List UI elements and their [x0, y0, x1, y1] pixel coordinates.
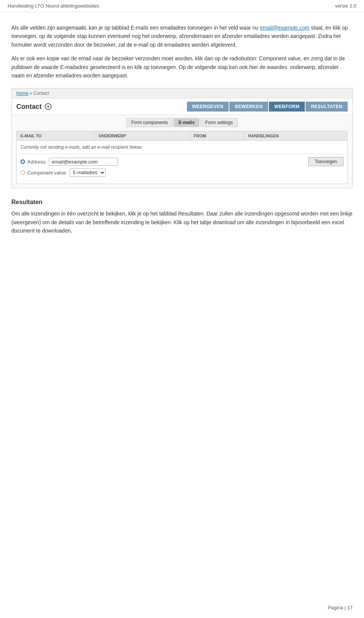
page-title-area: Contact + [16, 103, 187, 111]
resultaten-paragraph: Om alle inzendingen in één overzicht te … [11, 209, 353, 235]
tab-webform[interactable]: WEBFORM [269, 102, 305, 112]
header-bar: Handleiding LTO Noord afdelingswebsites … [0, 0, 364, 12]
main-content: Als alle velden zijn aangemaakt, kan je … [0, 20, 364, 250]
page-footer: Pagina | 17 [328, 605, 353, 610]
tab-weergeven[interactable]: WEERGEVEN [187, 102, 229, 112]
email-table-container: E-MAIL TO ONDERWERP FROM HANDELINGEN Cur… [16, 131, 348, 184]
email-form-area: Address: Toevoegen Component value: E-ma… [17, 154, 347, 184]
page-title: Contact [16, 103, 42, 111]
document-version: versie 2.0 [335, 3, 356, 9]
document-title: Handleiding LTO Noord afdelingswebsites [8, 3, 99, 9]
breadcrumb-contact: Contact [33, 91, 49, 96]
page-header-row: Contact + WEERGEVEN BEWERKEN WEBFORM RES… [12, 99, 352, 115]
address-row: Address: Toevoegen [20, 157, 344, 166]
resultaten-heading: Resultaten [11, 199, 353, 206]
no-email-row: Currently not sending e-mails, add an e-… [17, 141, 347, 154]
no-email-message: Currently not sending e-mails, add an e-… [17, 141, 347, 154]
col-from: FROM [190, 131, 244, 141]
email-link[interactable]: email@example.com [260, 25, 309, 31]
address-label: Address: [27, 159, 47, 165]
col-email-to: E-MAIL TO [17, 131, 94, 141]
screenshot-box: Home » Contact Contact + WEERGEVEN BEWER… [11, 88, 353, 188]
breadcrumb-home[interactable]: Home [16, 91, 28, 96]
radio-component-value[interactable] [20, 170, 25, 175]
col-onderwerp: ONDERWERP [94, 131, 190, 141]
intro-paragraph-1: Als alle velden zijn aangemaakt, kan je … [11, 24, 353, 49]
page-number: Pagina | 17 [328, 605, 353, 610]
tab-bewerken[interactable]: BEWERKEN [229, 102, 268, 112]
resultaten-section: Resultaten Om alle inzendingen in één ov… [11, 199, 353, 235]
intro-paragraph-2: Als er ook een kopie van de email naar d… [11, 54, 353, 80]
nav-tabs-area: WEERGEVEN BEWERKEN WEBFORM RESULTATEN [187, 102, 348, 112]
component-value-row: Component value: E-mailadres [20, 168, 344, 177]
table-header-row: E-MAIL TO ONDERWERP FROM HANDELINGEN [17, 131, 347, 141]
tab-resultaten[interactable]: RESULTATEN [306, 102, 348, 112]
sub-tab-form-components[interactable]: Form components [126, 118, 173, 127]
sub-tab-emails[interactable]: E-mails [174, 118, 200, 127]
address-input[interactable] [49, 158, 118, 166]
email-table: E-MAIL TO ONDERWERP FROM HANDELINGEN Cur… [17, 131, 347, 154]
radio-address[interactable] [20, 159, 25, 164]
component-value-label: Component value: [27, 170, 67, 176]
sub-tab-form-settings[interactable]: Form settings [200, 118, 238, 127]
toevoegen-button[interactable]: Toevoegen [308, 157, 344, 166]
col-handelingen: HANDELINGEN [244, 131, 347, 141]
breadcrumb-separator: » [28, 91, 33, 96]
component-value-select[interactable]: E-mailadres [70, 168, 106, 177]
add-icon[interactable]: + [45, 103, 52, 110]
sub-tabs-row: Form components E-mails Form settings [12, 115, 352, 127]
breadcrumb: Home » Contact [12, 88, 352, 99]
intro-text-before-link: Als alle velden zijn aangemaakt, kan je … [11, 25, 260, 31]
